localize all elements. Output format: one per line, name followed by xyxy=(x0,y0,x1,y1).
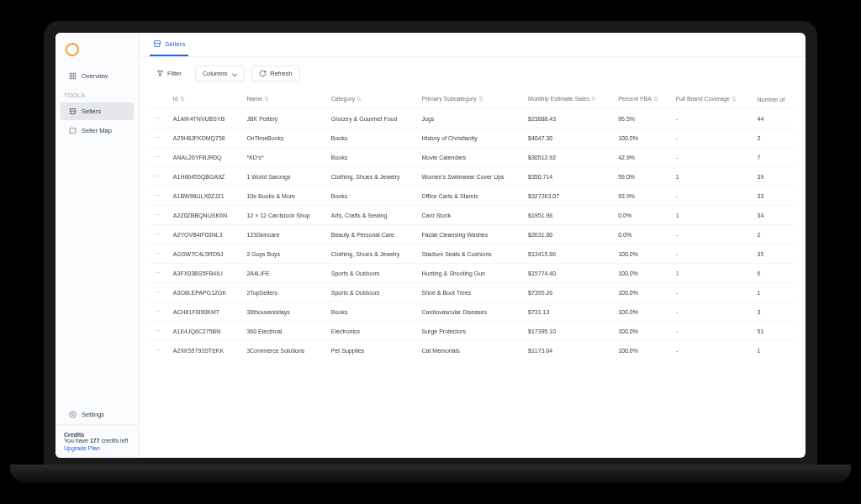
table-row[interactable]: ⋯AGSW7C4L5RD9J2 Guys BuysClothing, Shoes… xyxy=(150,244,795,264)
cell-category: Books xyxy=(326,148,417,167)
row-actions[interactable]: ⋯ xyxy=(150,167,168,186)
refresh-button[interactable]: Refresh xyxy=(251,66,299,81)
nav-settings[interactable]: Settings xyxy=(61,406,134,423)
sort-icon: ⇅ xyxy=(653,96,658,102)
cell-category: Sports & Outdoors xyxy=(326,283,417,302)
row-actions[interactable]: ⋯ xyxy=(150,109,168,129)
nav-sellers-label: Sellers xyxy=(82,108,101,115)
cell-name: 30thousanddays xyxy=(241,302,325,322)
cell-name: 123Skincare xyxy=(241,225,325,244)
cell-name: JBK Pottery xyxy=(241,109,325,129)
nav-seller-map[interactable]: Seller Map xyxy=(61,122,134,139)
nav-overview[interactable]: Overview xyxy=(61,67,134,85)
row-actions[interactable]: ⋯ xyxy=(150,148,168,167)
cell-number: 6 xyxy=(753,264,795,283)
table-row[interactable]: ⋯A1H66455QBGA9Z1 World SarongsClothing, … xyxy=(150,167,795,186)
col-category[interactable]: Category⇅ xyxy=(326,90,417,109)
upgrade-plan-link[interactable]: Upgrade Plan xyxy=(64,445,130,451)
table-row[interactable]: ⋯A3O8LEPAPG12GK2TopSellersSports & Outdo… xyxy=(150,283,795,302)
table-row[interactable]: ⋯A1AIK4TNVUBSYBJBK PotteryGrocery & Gour… xyxy=(150,109,795,129)
store-icon xyxy=(69,108,77,115)
cell-number: 1 xyxy=(753,283,795,302)
cell-number: 34 xyxy=(753,206,795,225)
cell-number: 35 xyxy=(753,244,795,264)
cell-brand: - xyxy=(671,244,753,264)
cell-category: Sports & Outdoors xyxy=(326,264,417,283)
row-actions[interactable]: ⋯ xyxy=(150,341,168,360)
cell-number: 33 xyxy=(753,186,795,206)
map-icon xyxy=(69,127,77,134)
credits-panel: Credits You have 177 credits left Upgrad… xyxy=(55,424,139,458)
col-fba[interactable]: Percent FBA⇅ xyxy=(613,90,671,109)
cell-subcategory: Hunting & Shooting Gun xyxy=(417,264,524,283)
row-actions[interactable]: ⋯ xyxy=(150,206,168,225)
table-row[interactable]: ⋯ACH81F0I90KMT30thousanddaysBooksCardiov… xyxy=(150,302,795,322)
svg-rect-1 xyxy=(73,73,76,76)
cell-sales: $350.714 xyxy=(523,167,613,186)
nav-sellers[interactable]: Sellers xyxy=(61,102,134,120)
filter-button[interactable]: Filter xyxy=(150,66,188,81)
cell-brand: - xyxy=(671,225,753,244)
table-row[interactable]: ⋯A2Z0ZBBQNUSK6N12 × 12 Cardstock ShopArt… xyxy=(150,206,795,225)
cell-subcategory: Cat Memorials xyxy=(417,341,524,360)
table-row[interactable]: ⋯A3FX03BS5FB4ILI2A4LIFESports & Outdoors… xyxy=(150,264,795,283)
cell-sales: $15774.40 xyxy=(523,264,613,283)
cell-brand: - xyxy=(671,129,753,148)
col-brand[interactable]: Full Brand Coverage⇅ xyxy=(671,90,753,109)
cell-brand[interactable]: 1 xyxy=(671,264,753,283)
col-number[interactable]: Number of xyxy=(753,90,795,109)
sort-icon: ⇅ xyxy=(180,96,185,102)
table-row[interactable]: ⋯A25H8JFKDMQ758OnTimeBooksBooksHistory o… xyxy=(150,129,795,148)
table-row[interactable]: ⋯A2YOVB4IF03NL3123SkincareBeauty & Perso… xyxy=(150,225,795,244)
cell-number: 7 xyxy=(753,148,795,167)
gear-icon xyxy=(69,411,77,418)
cell-category: Clothing, Shoes & Jewelry xyxy=(326,167,417,186)
svg-rect-2 xyxy=(70,76,72,79)
row-actions[interactable]: ⋯ xyxy=(150,264,168,283)
cell-id: A1BW98ULX0ZJ21 xyxy=(168,186,242,206)
cell-fba: 100.0% xyxy=(613,264,671,283)
chevron-down-icon xyxy=(232,71,237,76)
cell-category: Clothing, Shoes & Jewelry xyxy=(326,244,417,264)
table-container[interactable]: Id⇅ Name⇅ Category⇅ Primary Subcategory⇅… xyxy=(140,90,806,458)
cell-category: Pet Supplies xyxy=(326,341,417,360)
sellers-table: Id⇅ Name⇅ Category⇅ Primary Subcategory⇅… xyxy=(150,90,795,360)
tab-sellers[interactable]: Sellers xyxy=(150,33,188,56)
col-sales[interactable]: Monthly Estimate Sales⇅ xyxy=(523,90,613,109)
col-id[interactable]: Id⇅ xyxy=(168,90,242,109)
row-actions[interactable]: ⋯ xyxy=(150,186,168,206)
sort-icon: ⇅ xyxy=(357,96,362,102)
row-actions[interactable]: ⋯ xyxy=(150,302,168,322)
cell-subcategory: History of Christianity xyxy=(417,129,524,148)
cell-fba: 59.0% xyxy=(613,167,671,186)
cell-id: A25H8JFKDMQ758 xyxy=(168,129,242,148)
cell-name: 360 Electrical xyxy=(241,322,325,341)
cell-number: 44 xyxy=(753,109,795,129)
cell-name: 1 World Sarongs xyxy=(241,167,325,186)
row-actions[interactable]: ⋯ xyxy=(150,129,168,148)
table-row[interactable]: ⋯A1BW98ULX0ZJ2110e Books & MoreBooksOffi… xyxy=(150,186,795,206)
cell-brand: - xyxy=(671,283,753,302)
table-row[interactable]: ⋯A1E4JQ6C275BN360 ElectricalElectronicsS… xyxy=(150,322,795,341)
table-row[interactable]: ⋯ANAL26YFBJR0Q*KD's*BooksMovie Calendars… xyxy=(150,148,795,167)
cell-name: 3Commerce Solutions xyxy=(241,341,325,360)
col-subcategory[interactable]: Primary Subcategory⇅ xyxy=(417,90,524,109)
cell-id: AGSW7C4L5RD9J xyxy=(168,244,242,264)
row-actions[interactable]: ⋯ xyxy=(150,283,168,302)
credits-line: You have 177 credits left xyxy=(64,438,130,444)
cell-fba: 100.0% xyxy=(613,283,671,302)
cell-brand: 1 xyxy=(671,167,753,186)
row-actions[interactable]: ⋯ xyxy=(150,322,168,341)
table-row[interactable]: ⋯A2XK55793STEKK3Commerce SolutionsPet Su… xyxy=(150,341,795,360)
svg-rect-3 xyxy=(73,76,76,79)
row-actions[interactable]: ⋯ xyxy=(150,225,168,244)
columns-button[interactable]: Columns xyxy=(195,66,246,81)
cell-fba: 93.9% xyxy=(613,186,671,206)
cell-category: Books xyxy=(326,186,417,206)
col-name[interactable]: Name⇅ xyxy=(241,90,325,109)
svg-rect-0 xyxy=(70,73,72,76)
cell-name: 2A4LIFE xyxy=(241,264,325,283)
cell-id: A1AIK4TNVUBSYB xyxy=(168,109,242,129)
cell-id: A1E4JQ6C275BN xyxy=(168,322,242,341)
row-actions[interactable]: ⋯ xyxy=(150,244,168,264)
